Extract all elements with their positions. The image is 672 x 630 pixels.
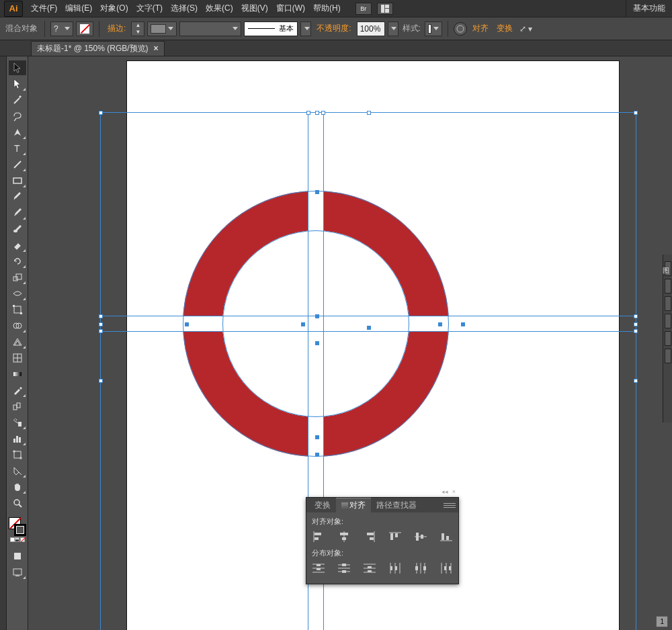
svg-rect-42 — [314, 537, 319, 540]
selection-circle-inner — [222, 230, 409, 417]
svg-rect-32 — [14, 553, 21, 559]
direct-selection-tool[interactable] — [9, 77, 26, 91]
free-transform-tool[interactable] — [9, 302, 26, 317]
svg-rect-72 — [368, 570, 372, 572]
menu-object[interactable]: 对象(O) — [96, 0, 132, 17]
collapsed-panel-icon[interactable]: 图 — [665, 261, 671, 276]
svg-rect-25 — [14, 451, 21, 458]
panel-close[interactable]: × — [452, 488, 456, 495]
menu-select[interactable]: 选择(S) — [167, 0, 202, 17]
panel-tab-transform[interactable]: 变换 — [309, 498, 336, 512]
pen-tool[interactable] — [9, 125, 26, 140]
shape-builder-tool[interactable] — [9, 318, 26, 333]
align-left-icon[interactable] — [312, 531, 325, 543]
paintbrush-tool[interactable] — [9, 189, 26, 204]
menu-effect[interactable]: 效果(C) — [202, 0, 237, 17]
svg-rect-54 — [421, 535, 423, 539]
collapsed-panel-icon-6[interactable] — [665, 349, 671, 363]
zoom-tool[interactable] — [9, 496, 26, 510]
line-segment-tool[interactable] — [9, 157, 26, 172]
collapsed-panel-icon-5[interactable] — [665, 331, 671, 346]
collapsed-panel-icon-2[interactable] — [665, 279, 671, 294]
svg-rect-20 — [17, 403, 20, 408]
panel-collapse[interactable]: ◂◂ — [442, 488, 448, 495]
menu-window[interactable]: 窗口(W) — [272, 0, 309, 17]
panel-tab-align[interactable]: 对齐 — [336, 498, 371, 512]
menu-edit[interactable]: 编辑(E) — [61, 0, 96, 17]
distribute-hcenter-icon[interactable] — [414, 562, 427, 574]
distribute-top-icon[interactable] — [312, 562, 325, 574]
arrange-docs-icon[interactable] — [377, 3, 393, 15]
stroke-weight-dropdown[interactable] — [179, 21, 241, 36]
align-bottom-icon[interactable] — [439, 531, 453, 543]
rotate-tool[interactable] — [9, 254, 26, 269]
transform-link[interactable]: 变换 — [494, 23, 515, 34]
blend-tool[interactable] — [9, 399, 26, 414]
fill-swatch[interactable]: ? — [50, 21, 73, 36]
menu-file[interactable]: 文件(F) — [27, 0, 61, 17]
eraser-tool[interactable] — [9, 238, 26, 253]
rectangle-tool[interactable] — [9, 173, 26, 188]
svg-rect-41 — [314, 533, 321, 535]
control-bar-more[interactable]: ⤢ ▾ — [518, 24, 534, 34]
align-hcenter-icon[interactable] — [337, 531, 351, 543]
align-right-icon[interactable] — [363, 531, 376, 543]
menu-help[interactable]: 帮助(H) — [309, 0, 345, 17]
recolor-artwork-icon[interactable] — [454, 22, 467, 36]
fill-color[interactable] — [76, 21, 93, 36]
panel-tab-pathfinder[interactable]: 路径查找器 — [371, 498, 422, 512]
symbol-sprayer-tool[interactable] — [9, 415, 26, 430]
draw-mode-normal[interactable] — [9, 549, 26, 564]
selection-tool[interactable] — [9, 60, 26, 75]
menu-view[interactable]: 视图(V) — [237, 0, 272, 17]
screen-mode-button[interactable] — [9, 565, 26, 580]
stroke-profile-dropdown[interactable] — [300, 21, 311, 36]
column-graph-tool[interactable] — [9, 431, 26, 446]
collapsed-panel-icon-4[interactable] — [665, 314, 671, 328]
align-panel[interactable]: ◂◂ × 变换 对齐 路径查找器 对齐对象: — [306, 497, 459, 584]
distribute-left-icon[interactable] — [388, 562, 402, 574]
distribute-vcenter-icon[interactable] — [337, 562, 351, 574]
svg-rect-0 — [381, 5, 384, 13]
collapsed-panel-icon-3[interactable] — [665, 296, 671, 311]
stroke-weight-input[interactable] — [147, 21, 177, 36]
stroke-profile[interactable]: 基本 — [244, 21, 298, 36]
color-mode-toggles[interactable] — [9, 537, 26, 542]
slice-tool[interactable] — [9, 463, 26, 478]
type-tool[interactable]: T — [9, 141, 26, 156]
scale-tool[interactable] — [9, 270, 26, 285]
eyedropper-tool[interactable] — [9, 383, 26, 398]
perspective-grid-tool[interactable] — [9, 334, 26, 349]
gradient-tool[interactable] — [9, 367, 26, 381]
hand-tool[interactable] — [9, 480, 26, 494]
svg-rect-10 — [14, 306, 21, 313]
workspace-switcher[interactable]: 基本功能 — [626, 0, 672, 17]
lasso-tool[interactable] — [9, 109, 26, 124]
panel-flyout-menu[interactable] — [444, 500, 456, 510]
canvas-area[interactable]: ◂◂ × 变换 对齐 路径查找器 对齐对象: — [28, 56, 672, 630]
distribute-right-icon[interactable] — [439, 562, 453, 574]
artboard-tool[interactable] — [9, 447, 26, 462]
menu-bar: Ai 文件(F) 编辑(E) 对象(O) 文字(T) 选择(S) 效果(C) 视… — [0, 0, 672, 17]
align-top-icon[interactable] — [388, 531, 402, 543]
mesh-tool[interactable] — [9, 351, 26, 365]
svg-rect-34 — [15, 576, 19, 576]
magic-wand-tool[interactable] — [9, 93, 26, 107]
document-tab-close[interactable]: × — [154, 44, 159, 53]
fill-stroke-swatches[interactable] — [9, 517, 26, 536]
style-swatch[interactable] — [425, 21, 442, 36]
blob-brush-tool[interactable] — [9, 222, 26, 236]
artboard-nav-badge[interactable]: 1 — [656, 616, 668, 627]
width-tool[interactable] — [9, 286, 26, 301]
stroke-weight-stepper[interactable]: ▲ ▼ — [131, 21, 144, 36]
opacity-input[interactable]: 100% — [357, 21, 385, 36]
svg-rect-57 — [446, 536, 449, 540]
align-vcenter-icon[interactable] — [414, 531, 427, 543]
bridge-icon[interactable]: Br — [355, 3, 372, 15]
opacity-dropdown[interactable] — [388, 21, 398, 36]
align-link[interactable]: 对齐 — [470, 23, 491, 34]
distribute-bottom-icon[interactable] — [363, 562, 376, 574]
document-tab[interactable]: 未标题-1* @ 150% (RGB/预览) × — [31, 41, 165, 56]
pencil-tool[interactable] — [9, 206, 26, 220]
menu-type[interactable]: 文字(T) — [132, 0, 167, 17]
